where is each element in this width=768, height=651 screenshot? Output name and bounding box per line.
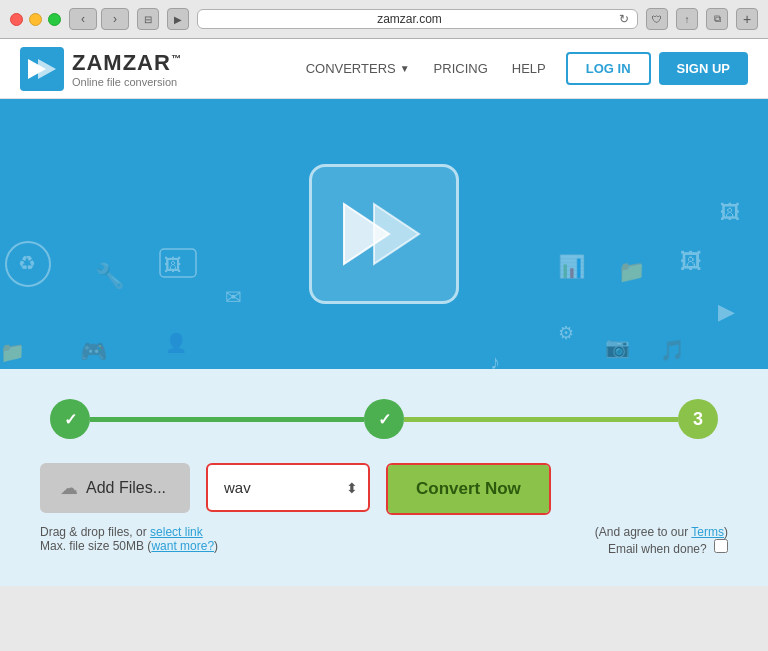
convert-now-button[interactable]: Convert Now [388, 465, 549, 513]
svg-text:🖼: 🖼 [680, 249, 702, 274]
maximize-button[interactable] [48, 13, 61, 26]
svg-marker-21 [374, 204, 419, 264]
svg-text:📁: 📁 [0, 340, 25, 364]
terms-link[interactable]: Terms [691, 525, 724, 539]
format-select-wrap: wav mp3 aac ogg flac ⬍ [206, 463, 370, 512]
svg-text:♪: ♪ [490, 351, 500, 369]
form-row: ☁ Add Files... wav mp3 aac ogg flac ⬍ [40, 463, 728, 515]
header-buttons: LOG IN SIGN UP [566, 52, 748, 85]
browser-nav: ‹ › [69, 8, 129, 30]
logo-subtitle: Online file conversion [72, 76, 182, 88]
form-bottom-row: Drag & drop files, or select link Max. f… [40, 515, 728, 556]
step-line-2 [404, 417, 678, 422]
form-bottom-right: (And agree to our Terms) Email when done… [595, 525, 728, 556]
svg-text:♻: ♻ [18, 252, 36, 274]
signup-button[interactable]: SIGN UP [659, 52, 748, 85]
logo-text: ZAMZAR™ Online file conversion [72, 50, 182, 88]
logo-area: ZAMZAR™ Online file conversion [20, 47, 182, 91]
address-bar[interactable]: zamzar.com ↻ [197, 9, 638, 29]
want-more-link[interactable]: want more? [151, 539, 214, 553]
convert-button-wrap: Convert Now [386, 463, 551, 515]
add-files-col: ☁ Add Files... [40, 463, 190, 513]
svg-text:👤: 👤 [165, 332, 188, 354]
media-button[interactable]: ▶ [167, 8, 189, 30]
close-button[interactable] [10, 13, 23, 26]
shield-button[interactable]: 🛡 [646, 8, 668, 30]
site-header: ZAMZAR™ Online file conversion CONVERTER… [0, 39, 768, 99]
svg-text:⚙: ⚙ [558, 323, 574, 343]
upload-icon: ☁ [60, 477, 78, 499]
svg-text:🎵: 🎵 [660, 338, 685, 362]
nav-pricing[interactable]: PRICING [434, 61, 488, 76]
browser-titlebar: ‹ › ⊟ ▶ zamzar.com ↻ 🛡 ↑ ⧉ + [0, 0, 768, 38]
select-link[interactable]: select link [150, 525, 203, 539]
logo-icon [20, 47, 64, 91]
nav-links: CONVERTERS ▼ PRICING HELP [306, 61, 546, 76]
step-2: ✓ [364, 399, 404, 439]
back-button[interactable]: ‹ [69, 8, 97, 30]
format-select[interactable]: wav mp3 aac ogg flac [208, 465, 368, 510]
svg-text:📊: 📊 [558, 253, 586, 280]
svg-text:▶: ▶ [718, 299, 735, 324]
browser-chrome: ‹ › ⊟ ▶ zamzar.com ↻ 🛡 ↑ ⧉ + [0, 0, 768, 39]
traffic-lights [10, 13, 61, 26]
logo-name: ZAMZAR™ [72, 50, 182, 76]
format-col: wav mp3 aac ogg flac ⬍ [206, 463, 370, 512]
reload-button[interactable]: ↻ [619, 12, 629, 26]
reading-list-button[interactable]: ⊟ [137, 8, 159, 30]
nav-converters[interactable]: CONVERTERS ▼ [306, 61, 410, 76]
svg-text:🎮: 🎮 [80, 338, 108, 365]
share-button[interactable]: ↑ [676, 8, 698, 30]
step-line-1 [90, 417, 364, 422]
forward-button[interactable]: › [101, 8, 129, 30]
email-label: Email when done? [608, 542, 728, 556]
login-button[interactable]: LOG IN [566, 52, 651, 85]
minimize-button[interactable] [29, 13, 42, 26]
website: ZAMZAR™ Online file conversion CONVERTER… [0, 39, 768, 586]
convert-col: Convert Now [386, 463, 551, 515]
new-tab-button[interactable]: + [736, 8, 758, 30]
svg-text:🖼: 🖼 [164, 255, 182, 275]
svg-text:🔧: 🔧 [95, 261, 125, 290]
tabs-button[interactable]: ⧉ [706, 8, 728, 30]
add-files-button[interactable]: ☁ Add Files... [40, 463, 190, 513]
step-1: ✓ [50, 399, 90, 439]
hero-center-logo [309, 164, 459, 304]
address-text: zamzar.com [206, 12, 613, 26]
hero-section: ♻ 🔧 🖼 🎮 ✉ 👤 📁 📊 📁 🖼 ▶ ⚙ 📷 🎵 ♪ [0, 99, 768, 369]
hero-logo-box [309, 164, 459, 304]
form-bottom-left: Drag & drop files, or select link Max. f… [40, 525, 218, 553]
steps-row: ✓ ✓ 3 [40, 399, 728, 439]
step-3: 3 [678, 399, 718, 439]
converters-dropdown-icon: ▼ [400, 63, 410, 74]
email-checkbox[interactable] [714, 539, 728, 553]
svg-marker-1 [38, 59, 56, 79]
svg-text:🖼: 🖼 [720, 201, 740, 223]
svg-text:📷: 📷 [605, 335, 630, 359]
svg-text:📁: 📁 [618, 258, 646, 285]
svg-text:✉: ✉ [225, 286, 242, 308]
conversion-area: ✓ ✓ 3 ☁ Add Files... wav [0, 369, 768, 586]
nav-help[interactable]: HELP [512, 61, 546, 76]
